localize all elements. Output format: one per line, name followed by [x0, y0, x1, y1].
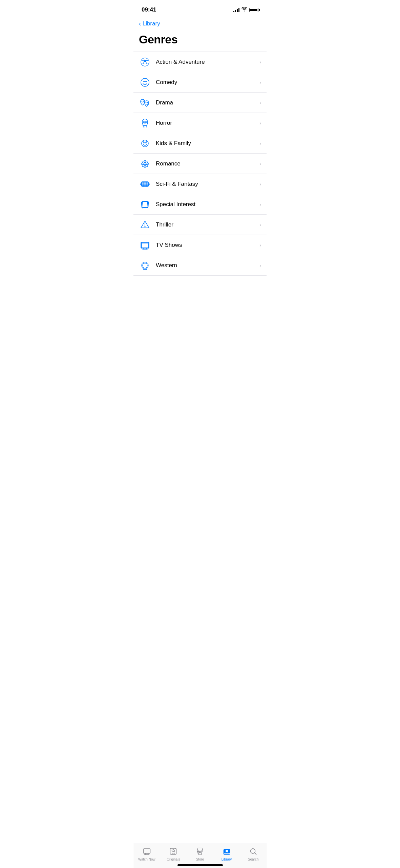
svg-point-10: [142, 140, 148, 147]
status-bar: 09:41: [133, 0, 267, 18]
chevron-right-icon: ›: [259, 100, 261, 105]
svg-rect-31: [142, 201, 148, 208]
svg-point-39: [143, 269, 145, 270]
genre-name-kids: Kids & Family: [156, 140, 259, 147]
action-icon: [139, 56, 151, 68]
wifi-icon: [241, 7, 247, 13]
svg-rect-23: [141, 183, 149, 185]
back-label: Library: [143, 20, 160, 27]
chevron-right-icon: ›: [259, 161, 261, 166]
back-button[interactable]: ‹ Library: [139, 20, 160, 27]
genre-list: Action & Adventure › Comedy ›: [133, 52, 267, 276]
genre-item-thriller[interactable]: Thriller ›: [133, 215, 267, 235]
svg-point-5: [146, 102, 146, 103]
genre-item-scifi[interactable]: Sci-Fi & Fantasy ›: [133, 174, 267, 194]
thriller-icon: [139, 219, 151, 231]
romance-icon: [139, 158, 151, 170]
scifi-icon: [139, 178, 151, 190]
svg-point-6: [147, 102, 148, 103]
chevron-right-icon: ›: [259, 222, 261, 228]
svg-point-9: [146, 121, 147, 122]
genre-name-thriller: Thriller: [156, 221, 259, 228]
western-icon: [139, 259, 151, 272]
svg-point-1: [143, 60, 144, 61]
chevron-right-icon: ›: [259, 242, 261, 248]
genre-item-horror[interactable]: Horror ›: [133, 113, 267, 133]
svg-rect-7: [143, 125, 147, 126]
horror-icon: [139, 117, 151, 129]
genre-item-kids[interactable]: Kids & Family ›: [133, 133, 267, 154]
svg-point-0: [141, 58, 149, 66]
genre-item-tvshows[interactable]: TV Shows ›: [133, 235, 267, 255]
svg-point-32: [145, 226, 145, 227]
comedy-icon: [139, 76, 151, 88]
chevron-right-icon: ›: [259, 141, 261, 146]
chevron-right-icon: ›: [259, 202, 261, 207]
genre-name-drama: Drama: [156, 99, 259, 106]
genre-item-comedy[interactable]: Comedy ›: [133, 72, 267, 93]
drama-icon: [139, 97, 151, 109]
chevron-right-icon: ›: [259, 120, 261, 126]
special-icon: [139, 198, 151, 211]
chevron-right-icon: ›: [259, 80, 261, 85]
svg-point-2: [147, 60, 148, 61]
svg-rect-33: [142, 243, 148, 248]
genre-item-romance[interactable]: Romance ›: [133, 154, 267, 174]
svg-point-11: [144, 142, 144, 143]
genre-name-western: Western: [156, 262, 259, 269]
svg-point-8: [144, 121, 145, 122]
genre-name-comedy: Comedy: [156, 79, 259, 86]
tvshows-icon: [139, 239, 151, 251]
kids-icon: [139, 137, 151, 150]
genre-name-action: Action & Adventure: [156, 59, 259, 65]
genre-item-western[interactable]: Western ›: [133, 255, 267, 276]
svg-rect-22: [142, 182, 148, 186]
genre-name-tvshows: TV Shows: [156, 242, 259, 249]
chevron-right-icon: ›: [259, 263, 261, 268]
chevron-right-icon: ›: [259, 59, 261, 65]
svg-point-4: [143, 101, 144, 101]
battery-icon: [249, 8, 258, 12]
svg-point-12: [146, 142, 146, 143]
signal-icon: [233, 7, 239, 12]
chevron-right-icon: ›: [259, 181, 261, 187]
genre-name-romance: Romance: [156, 160, 259, 167]
back-nav: ‹ Library: [133, 18, 267, 30]
genre-name-scifi: Sci-Fi & Fantasy: [156, 181, 259, 188]
genre-item-drama[interactable]: Drama ›: [133, 93, 267, 113]
page-title: Genres: [133, 30, 267, 52]
status-icons: [233, 7, 258, 13]
status-time: 09:41: [142, 6, 156, 13]
svg-point-3: [142, 101, 142, 101]
genre-item-special[interactable]: Special Interest ›: [133, 194, 267, 215]
svg-point-40: [145, 269, 147, 270]
genre-name-special: Special Interest: [156, 201, 259, 208]
genre-item-action[interactable]: Action & Adventure ›: [133, 52, 267, 72]
genre-name-horror: Horror: [156, 120, 259, 126]
back-chevron-icon: ‹: [139, 20, 141, 27]
